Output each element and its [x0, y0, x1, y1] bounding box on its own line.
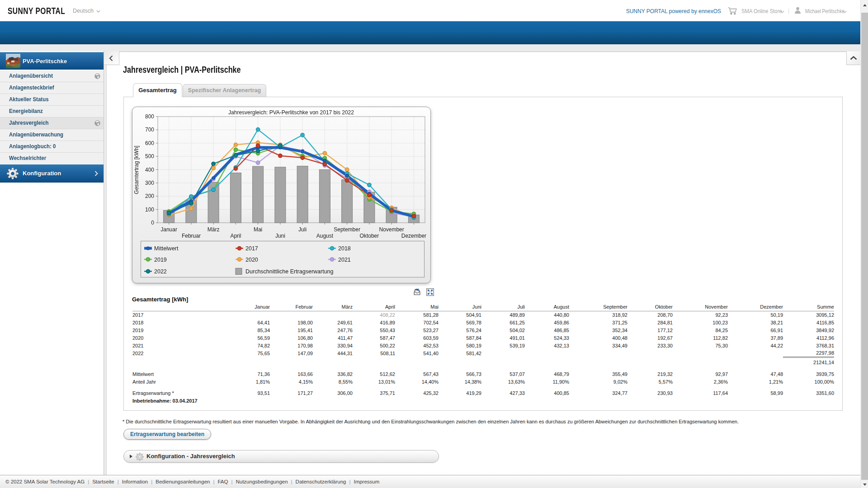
svg-text:September: September — [334, 226, 360, 233]
svg-text:Februar: Februar — [182, 233, 201, 239]
svg-text:Jahresvergleich: PVA-Perlitsch: Jahresvergleich: PVA-Perlitschke von 201… — [228, 109, 354, 116]
svg-text:Mai: Mai — [254, 226, 262, 233]
svg-text:Oktober: Oktober — [360, 233, 379, 239]
svg-text:Gesamtertrag [kWh]: Gesamtertrag [kWh] — [133, 145, 140, 194]
svg-text:August: August — [316, 233, 334, 239]
svg-text:März: März — [208, 226, 220, 233]
svg-text:2018: 2018 — [338, 245, 351, 252]
svg-text:600: 600 — [145, 140, 154, 146]
svg-text:300: 300 — [145, 180, 154, 186]
svg-text:April: April — [230, 233, 241, 239]
svg-text:Dezember: Dezember — [401, 233, 426, 239]
svg-text:2019: 2019 — [154, 257, 167, 263]
svg-text:0: 0 — [151, 220, 154, 226]
svg-text:400: 400 — [145, 167, 154, 173]
svg-text:November: November — [379, 226, 404, 233]
svg-text:Januar: Januar — [160, 226, 177, 233]
svg-text:800: 800 — [145, 113, 154, 120]
svg-text:700: 700 — [145, 127, 154, 133]
svg-text:Durchschnittliche Ertragserwar: Durchschnittliche Ertragserwartung — [245, 268, 334, 275]
svg-text:2017: 2017 — [245, 245, 258, 252]
svg-text:2022: 2022 — [154, 268, 167, 275]
svg-text:Juni: Juni — [275, 233, 285, 239]
svg-text:2020: 2020 — [245, 257, 258, 263]
svg-text:Mittelwert: Mittelwert — [154, 245, 179, 252]
svg-text:500: 500 — [145, 153, 154, 160]
svg-text:200: 200 — [145, 193, 154, 199]
svg-text:2021: 2021 — [338, 257, 351, 263]
svg-text:100: 100 — [145, 206, 154, 213]
svg-text:Juli: Juli — [298, 226, 307, 233]
